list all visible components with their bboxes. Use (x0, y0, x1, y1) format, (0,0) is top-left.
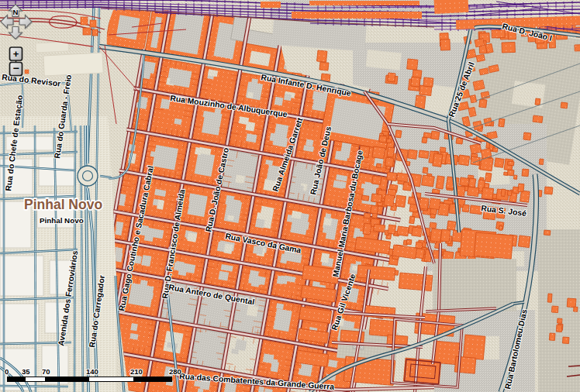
svg-text:−: − (13, 62, 19, 74)
svg-text:140: 140 (86, 367, 98, 376)
svg-text:35: 35 (22, 367, 30, 376)
svg-text:280: 280 (169, 367, 181, 376)
svg-text:0: 0 (5, 367, 9, 376)
svg-text:210: 210 (130, 367, 143, 376)
svg-text:Pinhal Novo: Pinhal Novo (40, 216, 84, 225)
svg-text:+: + (13, 48, 19, 60)
svg-text:Pinhal Novo: Pinhal Novo (24, 197, 102, 212)
svg-text:70: 70 (42, 367, 50, 376)
svg-text:N: N (13, 8, 19, 16)
